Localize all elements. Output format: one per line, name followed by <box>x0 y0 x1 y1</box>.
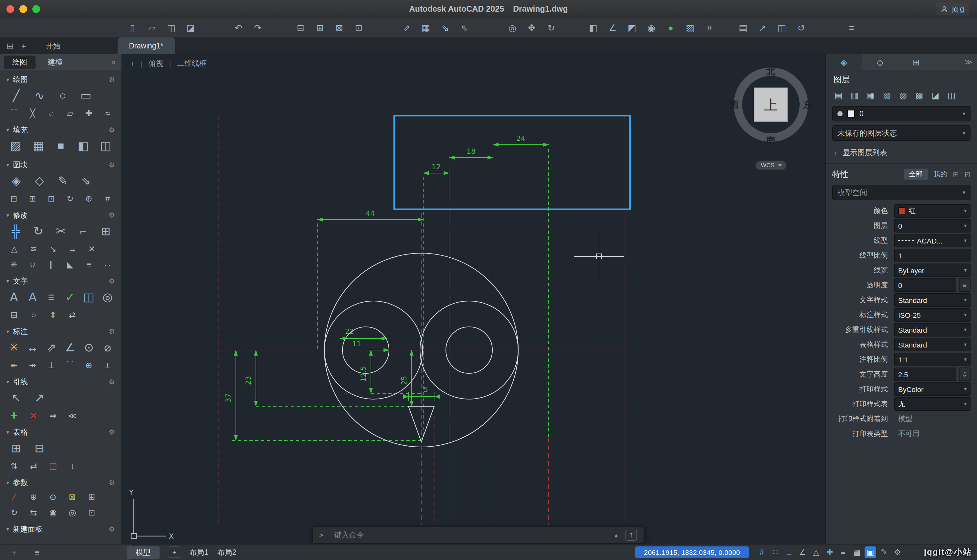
palette-section-header-dimension[interactable]: ▾标注⚙ <box>0 325 122 338</box>
new-drawing-icon[interactable]: ▯ <box>125 21 140 35</box>
undo-icon[interactable]: ↶ <box>231 21 246 35</box>
manage-attributes-icon[interactable]: ⊞ <box>27 192 39 205</box>
find-text-icon[interactable]: ○ <box>27 308 40 321</box>
palette-menu-icon[interactable]: ≡ <box>35 547 39 557</box>
layer-field[interactable]: 0▾ <box>894 219 970 233</box>
aligned-dim-icon[interactable]: ⇗ <box>45 339 58 356</box>
mtext-icon[interactable]: A <box>8 289 20 305</box>
base-point-parameter-icon[interactable]: ⊡ <box>85 506 98 519</box>
multileader-style-icon[interactable]: ↗ <box>31 390 48 406</box>
add-leader-icon[interactable]: ✚ <box>8 409 21 422</box>
text-scale-icon[interactable]: ⇕ <box>47 308 60 321</box>
layer-settings-icon[interactable]: ◫ <box>945 89 958 101</box>
field-icon[interactable]: ⊟ <box>8 308 21 321</box>
annotation-scale-field[interactable]: 1:1▾ <box>894 353 970 366</box>
filter-all-button[interactable]: 全部 <box>904 168 927 180</box>
polygon-icon[interactable]: ▱ <box>64 107 76 120</box>
quick-select-icon[interactable]: ◩ <box>624 21 640 35</box>
plot-style-field[interactable]: ByColor▾ <box>894 382 970 396</box>
file-tab-list-icon[interactable]: ⊞ <box>7 41 13 51</box>
define-attribute-icon[interactable]: ⊟ <box>8 192 20 205</box>
layer-off-icon[interactable]: ▨ <box>897 89 909 101</box>
drawing-canvas[interactable]: 12 18 24 44 37 23 12.5 25 22 11 5 <box>122 54 825 545</box>
break-icon[interactable]: ∥ <box>45 258 58 271</box>
linetype-field[interactable]: ACAD...▾ <box>894 234 970 247</box>
solid-fill-icon[interactable]: ■ <box>53 138 69 154</box>
xref-attach-icon[interactable]: ⇗ <box>398 21 414 35</box>
angular-dim-icon[interactable]: ∠ <box>64 339 76 356</box>
color-field[interactable]: 红▾ <box>894 204 970 218</box>
edit-block-icon[interactable]: ✎ <box>54 172 71 189</box>
save-as-icon[interactable]: ◪ <box>183 21 198 35</box>
layer-properties-icon[interactable]: ▤ <box>832 89 845 101</box>
zoom-window-icon[interactable]: ◎ <box>505 21 520 35</box>
transparency-display-icon[interactable]: ▦ <box>851 547 863 558</box>
layer-freeze-icon[interactable]: ▦ <box>865 89 877 101</box>
palette-tab-draw[interactable]: 绘图 <box>4 55 35 69</box>
pan-icon[interactable]: ✥ <box>524 21 540 35</box>
transparency-slider-button[interactable]: ≡ <box>959 278 970 292</box>
sync-icon[interactable]: ↺ <box>794 21 809 35</box>
island-detection-icon[interactable]: ◫ <box>98 138 114 154</box>
fillet-icon[interactable]: ⌐ <box>75 223 92 240</box>
redo-icon[interactable]: ↷ <box>250 21 265 35</box>
layer-state-select[interactable]: 未保存的图层状态 ▾ <box>832 125 970 141</box>
section-gear-icon[interactable]: ⚙ <box>108 478 115 487</box>
lookup-parameter-icon[interactable]: ◎ <box>66 506 79 519</box>
markup-import-icon[interactable]: ◫ <box>774 21 790 35</box>
section-gear-icon[interactable]: ⚙ <box>108 277 115 285</box>
viewcube-west-label[interactable]: 西 <box>729 100 739 110</box>
add-palette-icon[interactable]: + <box>12 547 17 557</box>
center-mark-icon[interactable]: ⊕ <box>83 358 95 372</box>
point-parameter-icon[interactable]: ⊕ <box>27 490 40 503</box>
mleader-style-field[interactable]: Standard▾ <box>894 323 970 337</box>
space-select[interactable]: 模型空间 ▾ <box>832 185 970 200</box>
write-block-icon[interactable]: ⇘ <box>78 172 94 189</box>
layer-states-palette-tab[interactable]: ◇ <box>862 54 898 70</box>
selection-rectangle[interactable] <box>394 116 630 209</box>
multileader-icon[interactable]: ↖ <box>8 390 25 406</box>
baseline-dim-icon[interactable]: ↞ <box>8 358 20 372</box>
object-snap-icon[interactable]: ✚ <box>824 547 835 558</box>
lineweight-field[interactable]: ByLayer▾ <box>894 263 970 277</box>
save-icon[interactable]: ◫ <box>163 21 179 35</box>
xy-parameter-icon[interactable]: ⊞ <box>85 490 98 503</box>
flip-parameter-icon[interactable]: ⇆ <box>27 506 40 519</box>
erase-icon[interactable]: ✕ <box>85 242 98 255</box>
properties-form-icon[interactable]: ⊞ <box>953 170 959 178</box>
ortho-mode-icon[interactable]: ∟ <box>783 547 795 558</box>
export-icon[interactable]: ⇖ <box>457 21 472 35</box>
single-text-icon[interactable]: A <box>27 289 39 305</box>
isometric-drafting-icon[interactable]: △ <box>810 547 822 558</box>
linear-parameter-icon[interactable]: ∕ <box>8 490 21 503</box>
rotation-parameter-icon[interactable]: ↻ <box>8 506 21 519</box>
dropdown-caret-icon[interactable]: ▾ <box>961 353 967 366</box>
viewcube-south-label[interactable]: 南 <box>766 135 776 145</box>
new-drawing-tab-icon[interactable]: + <box>21 41 26 51</box>
radius-dim-icon[interactable]: ⊙ <box>83 339 95 356</box>
insert-row-icon[interactable]: ⇅ <box>8 459 21 472</box>
palette-section-header-leader[interactable]: ▾引线⚙ <box>0 375 122 388</box>
layer-restore-icon[interactable]: ◪ <box>929 89 942 101</box>
command-share-icon[interactable]: ↥ <box>625 530 637 541</box>
dropdown-caret-icon[interactable]: ▾ <box>961 294 967 306</box>
convert-text-icon[interactable]: ⇄ <box>66 308 79 321</box>
layer-isolate-icon[interactable]: ▩ <box>913 89 925 101</box>
command-line[interactable]: >_ 键入命令 ▴ ↥ <box>312 527 644 544</box>
text-height-stepper-button[interactable]: ⇕ <box>959 368 970 381</box>
diameter-dim-icon[interactable]: ⌀ <box>102 339 114 356</box>
user-account-button[interactable]: jq g <box>936 3 969 15</box>
plot-icon[interactable]: ⊟ <box>293 21 308 35</box>
stretch-icon[interactable]: ↔ <box>66 242 79 255</box>
text-height-field[interactable]: 2.5 <box>894 368 956 381</box>
section-gear-icon[interactable]: ⚙ <box>108 75 115 83</box>
text-style-field[interactable]: Standard▾ <box>894 293 970 307</box>
trim-icon[interactable]: ✂ <box>53 223 69 240</box>
linear-dim-icon[interactable]: ↔ <box>27 339 39 356</box>
dropdown-caret-icon[interactable]: ▾ <box>961 383 967 395</box>
create-block-icon[interactable]: ◇ <box>31 172 48 189</box>
section-gear-icon[interactable]: ⚙ <box>108 211 115 219</box>
palette-section-header-table[interactable]: ▾表格⚙ <box>0 426 122 438</box>
polar-parameter-icon[interactable]: ⊙ <box>47 490 60 503</box>
snap-mode-icon[interactable]: ∷ <box>770 547 781 558</box>
